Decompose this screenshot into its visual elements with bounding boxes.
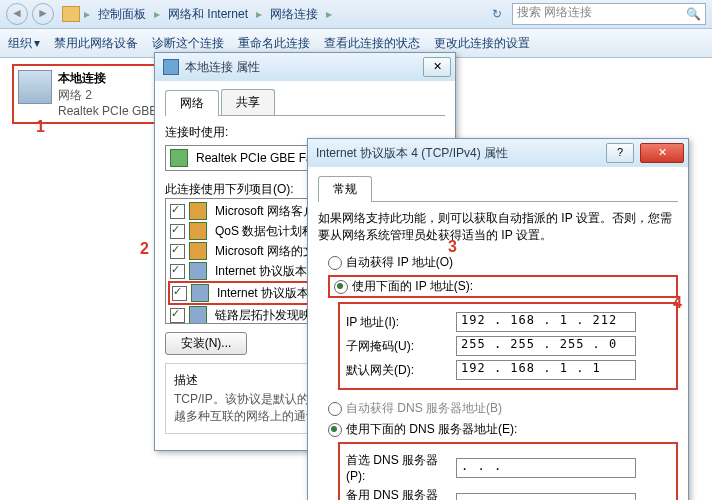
ip-label: IP 地址(I): <box>346 314 456 331</box>
window-title: Internet 协议版本 4 (TCP/IPv4) 属性 <box>316 145 600 162</box>
adapter-device: Realtek PCIe GBE <box>58 104 157 118</box>
dns1-input[interactable]: . . . <box>456 458 636 478</box>
radio-auto-ip[interactable] <box>328 256 342 270</box>
gw-label: 默认网关(D): <box>346 362 456 379</box>
fwd-icon[interactable]: ► <box>32 3 54 25</box>
close-button[interactable]: ✕ <box>640 143 684 163</box>
cmd-organize[interactable]: 组织 ▾ <box>8 35 40 52</box>
back-icon[interactable]: ◄ <box>6 3 28 25</box>
refresh-icon[interactable]: ↻ <box>486 7 508 21</box>
window-title: 本地连接 属性 <box>185 59 417 76</box>
component-icon <box>189 242 207 260</box>
nic-icon <box>170 149 188 167</box>
checkbox[interactable] <box>170 244 185 259</box>
component-icon <box>189 202 207 220</box>
close-button[interactable]: ✕ <box>423 57 451 77</box>
dns2-label: 备用 DNS 服务器(A): <box>346 487 456 500</box>
network-adapter-icon <box>18 70 52 104</box>
search-input[interactable]: 搜索 网络连接🔍 <box>512 3 706 25</box>
cmd-status[interactable]: 查看此连接的状态 <box>324 35 420 52</box>
ipv4-properties-window: Internet 协议版本 4 (TCP/IPv4) 属性 ? ✕ 常规 如果网… <box>307 138 689 500</box>
annotation-4: 4 <box>673 294 682 312</box>
tab-network[interactable]: 网络 <box>165 90 219 116</box>
checkbox[interactable] <box>170 204 185 219</box>
auto-dns-label: 自动获得 DNS 服务器地址(B) <box>346 400 502 417</box>
manual-ip-label: 使用下面的 IP 地址(S): <box>352 278 473 295</box>
search-icon: 🔍 <box>686 7 701 21</box>
control-panel-icon <box>163 59 179 75</box>
info-text: 如果网络支持此功能，则可以获取自动指派的 IP 设置。否则，您需要从网络系统管理… <box>318 210 678 244</box>
crumb-network-internet[interactable]: 网络和 Internet <box>164 4 252 25</box>
protocol-icon <box>189 306 207 324</box>
cmd-diagnose[interactable]: 诊断这个连接 <box>152 35 224 52</box>
protocol-icon <box>189 262 207 280</box>
cmd-rename[interactable]: 重命名此连接 <box>238 35 310 52</box>
annotation-2: 2 <box>140 240 149 258</box>
crumb-sep[interactable]: ▸ <box>84 7 90 21</box>
chevron-down-icon: ▾ <box>34 36 40 50</box>
annotation-3: 3 <box>448 238 457 256</box>
checkbox[interactable] <box>170 264 185 279</box>
manual-dns-label: 使用下面的 DNS 服务器地址(E): <box>346 421 517 438</box>
component-icon <box>189 222 207 240</box>
radio-auto-dns <box>328 402 342 416</box>
checkbox[interactable] <box>170 224 185 239</box>
radio-manual-dns[interactable] <box>328 423 342 437</box>
mask-label: 子网掩码(U): <box>346 338 456 355</box>
auto-ip-label: 自动获得 IP 地址(O) <box>346 254 453 271</box>
radio-manual-ip[interactable] <box>334 280 348 294</box>
adapter-item[interactable]: 本地连接 网络 2 Realtek PCIe GBE <box>12 64 167 124</box>
mask-input[interactable]: 255 . 255 . 255 . 0 <box>456 336 636 356</box>
tab-general[interactable]: 常规 <box>318 176 372 202</box>
annotation-1: 1 <box>36 118 45 136</box>
dns2-input[interactable]: . . . <box>456 493 636 501</box>
install-button[interactable]: 安装(N)... <box>165 332 247 355</box>
dns1-label: 首选 DNS 服务器(P): <box>346 452 456 483</box>
folder-icon <box>62 6 80 22</box>
cmd-change[interactable]: 更改此连接的设置 <box>434 35 530 52</box>
gateway-input[interactable]: 192 . 168 . 1 . 1 <box>456 360 636 380</box>
adapter-name: 本地连接 <box>58 70 157 87</box>
crumb-network-connections[interactable]: 网络连接 <box>266 4 322 25</box>
checkbox[interactable] <box>172 286 187 301</box>
help-button[interactable]: ? <box>606 143 634 163</box>
ip-input[interactable]: 192 . 168 . 1 . 212 <box>456 312 636 332</box>
checkbox[interactable] <box>170 308 185 323</box>
tab-sharing[interactable]: 共享 <box>221 89 275 115</box>
crumb-sep[interactable]: ▸ <box>154 7 160 21</box>
adapter-network: 网络 2 <box>58 87 157 104</box>
protocol-icon <box>191 284 209 302</box>
cmd-disable[interactable]: 禁用此网络设备 <box>54 35 138 52</box>
search-placeholder: 搜索 网络连接 <box>517 5 592 19</box>
crumb-control-panel[interactable]: 控制面板 <box>94 4 150 25</box>
address-bar: ◄ ► ▸ 控制面板 ▸ 网络和 Internet ▸ 网络连接 ▸ ↻ 搜索 … <box>0 0 712 29</box>
crumb-sep[interactable]: ▸ <box>326 7 332 21</box>
crumb-sep[interactable]: ▸ <box>256 7 262 21</box>
